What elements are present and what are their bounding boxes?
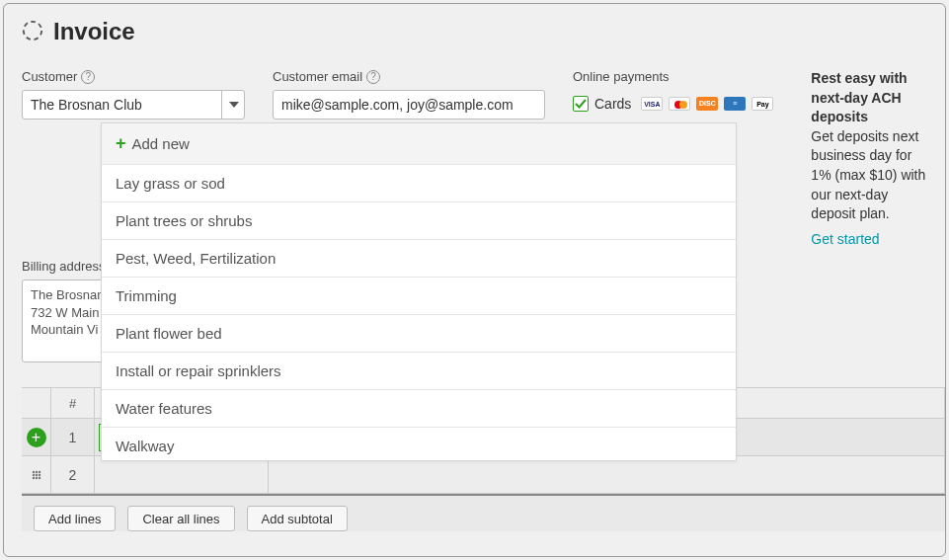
dropdown-item[interactable]: Trimming <box>102 278 736 315</box>
help-icon[interactable]: ? <box>366 70 380 84</box>
table-row: 2 <box>22 456 945 494</box>
mastercard-icon <box>669 97 690 111</box>
dropdown-add-new[interactable]: + Add new <box>102 123 736 165</box>
page-header: Invoice <box>4 4 945 55</box>
discover-icon: DISC <box>696 97 718 111</box>
svg-point-0 <box>24 21 41 39</box>
plus-circle-icon: + <box>27 428 46 447</box>
column-number-header: # <box>51 388 95 418</box>
dropdown-item[interactable]: Water features <box>102 390 736 428</box>
invoice-status-icon <box>22 20 43 44</box>
customer-field: Customer ? <box>22 69 245 120</box>
online-payments: Online payments Cards VISA DISC ≡ Pay <box>573 69 773 112</box>
row-number: 2 <box>51 456 95 493</box>
email-label: Customer email <box>273 69 362 84</box>
svg-point-2 <box>679 101 687 109</box>
svg-point-10 <box>35 476 37 478</box>
svg-point-6 <box>32 473 34 475</box>
cards-checkbox[interactable] <box>573 96 589 112</box>
plus-icon: + <box>116 133 126 154</box>
svg-point-4 <box>35 470 37 472</box>
dropdown-item[interactable]: Plant flower bed <box>102 315 736 353</box>
svg-point-8 <box>38 473 40 475</box>
add-subtotal-button[interactable]: Add subtotal <box>247 506 348 531</box>
visa-icon: VISA <box>641 97 663 111</box>
apple-pay-icon: Pay <box>751 97 773 111</box>
svg-point-3 <box>32 470 34 472</box>
svg-point-9 <box>32 476 34 478</box>
promo-panel: Rest easy with next-day ACH deposits Get… <box>811 69 927 249</box>
dropdown-item[interactable]: Walkway <box>102 428 736 460</box>
cards-label: Cards <box>594 96 631 112</box>
clear-all-lines-button[interactable]: Clear all lines <box>127 506 234 531</box>
dropdown-item[interactable]: Lay grass or sod <box>102 165 736 202</box>
customer-select[interactable] <box>22 90 245 120</box>
online-payments-label: Online payments <box>573 69 773 84</box>
row-number: 1 <box>51 419 95 455</box>
page-title: Invoice <box>53 18 135 45</box>
dropdown-add-new-label: Add new <box>132 135 190 152</box>
dropdown-item[interactable]: Install or repair sprinklers <box>102 353 736 390</box>
svg-point-11 <box>38 476 40 478</box>
svg-point-5 <box>38 470 40 472</box>
dropdown-item[interactable]: Pest, Weed, Fertilization <box>102 240 736 278</box>
product-dropdown[interactable]: + Add new Lay grass or sod Plant trees o… <box>101 122 737 461</box>
svg-point-7 <box>35 473 37 475</box>
customer-label: Customer <box>22 69 77 84</box>
help-icon[interactable]: ? <box>81 70 95 84</box>
add-row-button[interactable]: + <box>22 419 51 455</box>
chevron-down-icon[interactable] <box>221 90 245 120</box>
drag-handle-icon[interactable] <box>22 456 51 493</box>
get-started-link[interactable]: Get started <box>811 230 879 250</box>
email-field: Customer email ? <box>273 69 545 120</box>
add-lines-button[interactable]: Add lines <box>34 506 116 531</box>
dropdown-item[interactable]: Plant trees or shrubs <box>102 202 736 240</box>
customer-email-input[interactable] <box>273 90 545 120</box>
amex-icon: ≡ <box>724 97 746 111</box>
promo-body: Get deposits next business day for 1% (m… <box>811 127 927 224</box>
promo-title: Rest easy with next-day ACH deposits <box>811 69 927 127</box>
